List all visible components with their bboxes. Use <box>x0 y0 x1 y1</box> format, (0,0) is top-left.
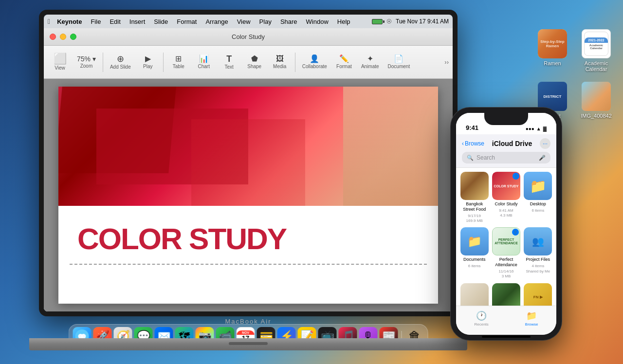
clock: Tue Nov 17 9:41 AM <box>396 18 449 25</box>
iphone-notch <box>484 113 528 125</box>
photo-label: IMG_400842 <box>581 113 612 119</box>
battery-icon <box>372 19 383 24</box>
toolbar-document-button[interactable]: 📄 Document <box>384 53 414 71</box>
tab-browse[interactable]: 📁 Browse <box>525 310 538 327</box>
file-item-remodel[interactable]: Remodel Projec...udget 5/5/16232 KB <box>460 283 489 306</box>
menubar-arrange[interactable]: Arrange <box>202 17 232 26</box>
icloud-back-button[interactable]: ‹ Browse <box>462 140 484 147</box>
menubar-view[interactable]: View <box>233 17 255 26</box>
desktop-icon-academic-calendar[interactable]: 2021-2022 Academic Calendar Academic Cal… <box>579 29 613 72</box>
academic-calendar-label: Academic Calendar <box>579 60 613 72</box>
collaborate-icon: 👤 <box>310 55 319 63</box>
text-label: Text <box>225 64 234 70</box>
back-chevron-icon: ‹ <box>462 140 464 147</box>
menubar-play[interactable]: Play <box>256 17 275 26</box>
apple-menu-icon[interactable]:  <box>48 18 50 25</box>
shape-icon: ⬟ <box>251 55 258 63</box>
play-label: Play <box>143 64 152 69</box>
ramen-thumbnail: Step-by-Step Ramen <box>538 29 567 58</box>
slide-canvas[interactable]: COLOR STUDY <box>58 87 438 304</box>
iphone-status-right: ●●● ▲ ▓ <box>526 126 547 131</box>
zoom-label: Zoom <box>80 63 93 69</box>
menubar-window[interactable]: Window <box>302 17 332 26</box>
file-item-project-files[interactable]: 👥 Project Files 4 itemsShared by Me <box>524 227 552 279</box>
toolbar-collaborate-button[interactable]: 👤 Collaborate <box>298 53 331 71</box>
file-item-desktop[interactable]: 📁 Desktop 6 items <box>524 172 552 223</box>
keynote-window: Color Study ⬜ View 75% ▾ Zoom ⊕ Ad <box>44 28 453 311</box>
toolbar-table-button[interactable]: ⊞ Table <box>166 53 191 71</box>
play-icon: ▶ <box>145 55 151 63</box>
toolbar-chart-button[interactable]: 📊 Chart <box>192 53 216 71</box>
close-button[interactable] <box>50 34 56 40</box>
documents-folder-meta: 6 items <box>468 264 481 269</box>
toolbar-text-button[interactable]: T Text <box>217 53 241 72</box>
macbook-label: MacBook Air <box>225 318 272 325</box>
document-icon: 📄 <box>394 55 403 63</box>
recents-tab-icon: 🕐 <box>476 310 487 321</box>
toolbar-animate-button[interactable]: ✦ Animate <box>357 53 383 71</box>
toolbar-add-slide-button[interactable]: ⊕ Add Slide <box>106 53 135 72</box>
scenic-thumbnail <box>492 283 520 306</box>
toolbar-shape-button[interactable]: ⬟ Shape <box>242 53 267 71</box>
color-study-thumbnail: COLOR STUDY 👤 <box>492 172 520 200</box>
toolbar-view-button[interactable]: ⬜ View <box>48 52 72 73</box>
menubar:  Keynote File Edit Insert Slide Format … <box>44 15 453 28</box>
add-slide-icon: ⊕ <box>117 55 124 63</box>
academic-calendar-thumbnail: 2021-2022 Academic Calendar <box>582 29 611 58</box>
macbook-screen-bezel:  Keynote File Edit Insert Slide Format … <box>39 10 458 316</box>
toolbar-play-button[interactable]: ▶ Play <box>136 53 160 71</box>
battery-status-icon: ▓ <box>543 126 547 131</box>
documents-folder-name: Documents <box>463 257 486 262</box>
desktop-folder-meta: 6 items <box>531 208 544 213</box>
chart-label: Chart <box>198 64 210 69</box>
icloud-header: ‹ Browse iCloud Drive ··· 🔍 Search 🎤 <box>456 134 556 168</box>
toolbar-zoom-button[interactable]: 75% ▾ Zoom <box>73 54 100 71</box>
color-study-meta: 9:41 AM4.3 MB <box>499 208 513 218</box>
file-item-screen-printing[interactable]: FN ▶ Screen Printing 5/8/1626.1 MB <box>524 283 552 306</box>
menubar-keynote[interactable]: Keynote <box>53 17 86 26</box>
menubar-share[interactable]: Share <box>276 17 301 26</box>
menubar-slide[interactable]: Slide <box>150 17 172 26</box>
project-files-thumbnail: 👥 <box>524 227 552 255</box>
iphone-time: 9:41 <box>466 124 478 131</box>
icloud-more-button[interactable]: ··· <box>540 138 550 149</box>
menubar-insert[interactable]: Insert <box>126 17 149 26</box>
file-item-perfect-attendance[interactable]: PERFECT ATTENDANCE 👤 Perfect Attendance … <box>492 227 520 279</box>
icloud-search-bar[interactable]: 🔍 Search 🎤 <box>462 152 550 164</box>
menubar-edit[interactable]: Edit <box>106 17 124 26</box>
tab-recents[interactable]: 🕐 Recents <box>474 310 488 327</box>
documents-folder-thumbnail: 📁 <box>460 227 489 255</box>
menubar-file[interactable]: File <box>87 17 105 26</box>
desktop-icon-ramen[interactable]: Step-by-Step Ramen Ramen <box>535 29 569 72</box>
toolbar-media-button[interactable]: 🖼 Media <box>268 53 292 71</box>
file-item-color-study[interactable]: COLOR STUDY 👤 Color Study 9:41 AM4.3 MB <box>492 172 520 223</box>
text-icon: T <box>226 55 232 63</box>
search-magnifier-icon: 🔍 <box>467 155 474 161</box>
desktop-folder-name: Desktop <box>530 201 546 207</box>
ramen-label: Ramen <box>544 60 561 66</box>
format-label: Format <box>336 64 352 69</box>
file-item-documents[interactable]: 📁 Documents 6 items <box>460 227 489 279</box>
maximize-button[interactable] <box>70 34 76 40</box>
animate-label: Animate <box>361 64 379 69</box>
browse-tab-label: Browse <box>525 322 538 327</box>
search-placeholder: Search <box>476 154 536 161</box>
minimize-button[interactable] <box>60 34 66 40</box>
iphone-tabbar: 🕐 Recents 📁 Browse <box>456 306 556 335</box>
browse-tab-icon: 📁 <box>526 310 537 321</box>
remodel-thumbnail <box>460 283 489 306</box>
file-item-bangkok[interactable]: Bangkok Street Food 9/17/19169.9 MB <box>460 172 489 223</box>
toolbar-format-button[interactable]: ✏️ Format <box>332 53 356 71</box>
desktop-icon-photo[interactable]: IMG_400842 <box>579 82 613 125</box>
perfect-shared-badge: 👤 <box>512 229 519 236</box>
menubar-format[interactable]: Format <box>173 17 201 26</box>
window-titlebar: Color Study <box>44 28 453 46</box>
chart-icon: 📊 <box>199 55 209 63</box>
file-item-scenic[interactable]: Scenic Pacific Trails 5/15/162.4 MB <box>492 283 520 306</box>
bangkok-thumbnail <box>460 172 489 200</box>
document-label: Document <box>388 64 410 69</box>
slide-dotted-line <box>70 264 426 265</box>
bangkok-name: Bangkok Street Food <box>460 201 489 212</box>
toolbar-more-button[interactable]: ›› <box>444 58 449 66</box>
menubar-help[interactable]: Help <box>333 17 354 26</box>
